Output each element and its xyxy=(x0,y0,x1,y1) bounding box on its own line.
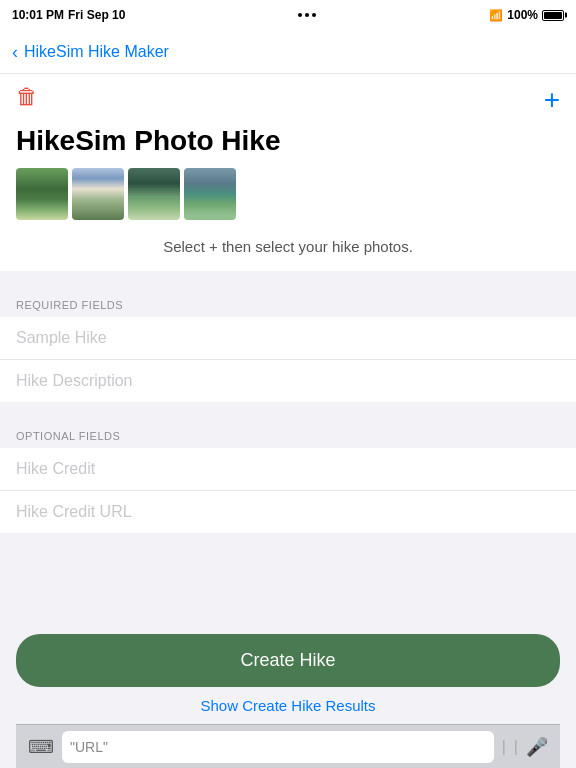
keyboard-divider-2: | xyxy=(514,738,518,756)
create-hike-button[interactable]: Create Hike xyxy=(16,634,560,687)
add-photos-button[interactable]: + xyxy=(544,86,560,114)
required-fields-group xyxy=(0,317,576,402)
microphone-icon[interactable]: 🎤 xyxy=(526,736,548,758)
chevron-left-icon: ‹ xyxy=(12,43,18,61)
photo-thumbnail[interactable] xyxy=(72,168,124,220)
photo-strip-section xyxy=(0,168,576,232)
dot-icon xyxy=(312,13,316,17)
photo-thumbnail[interactable] xyxy=(184,168,236,220)
section-divider xyxy=(0,271,576,291)
hike-credit-url-input[interactable] xyxy=(0,491,576,533)
keyboard-divider-1: | xyxy=(502,738,506,756)
keyboard-url-area[interactable]: "URL" xyxy=(62,731,494,763)
back-button[interactable]: ‹ HikeSim Hike Maker xyxy=(12,43,169,61)
status-date: Fri Sep 10 xyxy=(68,8,125,22)
wifi-icon: 📶 xyxy=(489,9,503,22)
hike-name-input[interactable] xyxy=(0,317,576,360)
photo-thumbnail[interactable] xyxy=(16,168,68,220)
show-results-label: Show Create Hike Results xyxy=(200,697,375,714)
main-content: 🗑 + HikeSim Photo Hike Select + then sel… xyxy=(0,74,576,673)
select-message-text: Select + then select your hike photos. xyxy=(163,238,413,255)
keyboard-icon[interactable]: ⌨ xyxy=(28,736,54,758)
optional-fields-group xyxy=(0,448,576,533)
delete-button[interactable]: 🗑 xyxy=(16,86,38,108)
battery-icon xyxy=(542,10,564,21)
status-bar-center xyxy=(298,13,316,17)
show-results-link[interactable]: Show Create Hike Results xyxy=(16,687,560,724)
optional-fields-label: OPTIONAL FIELDS xyxy=(0,422,576,448)
hike-description-input[interactable] xyxy=(0,360,576,402)
dot-icon xyxy=(305,13,309,17)
page-title-section: HikeSim Photo Hike xyxy=(0,124,576,168)
status-bar: 10:01 PM Fri Sep 10 📶 100% xyxy=(0,0,576,30)
create-hike-label: Create Hike xyxy=(240,650,335,670)
status-bar-right: 📶 100% xyxy=(489,8,564,22)
status-bar-left: 10:01 PM Fri Sep 10 xyxy=(12,8,125,22)
keyboard-url-text: "URL" xyxy=(70,739,108,755)
back-label: HikeSim Hike Maker xyxy=(24,43,169,61)
page-title: HikeSim Photo Hike xyxy=(16,124,560,158)
keyboard-bar: ⌨ "URL" | | 🎤 xyxy=(16,724,560,768)
hike-credit-input[interactable] xyxy=(0,448,576,491)
required-fields-section: REQUIRED FIELDS xyxy=(0,291,576,402)
battery-fill xyxy=(544,12,562,19)
bottom-bar: Create Hike Show Create Hike Results ⌨ "… xyxy=(0,624,576,768)
photo-strip xyxy=(16,168,560,220)
battery-percent: 100% xyxy=(507,8,538,22)
optional-fields-section: OPTIONAL FIELDS xyxy=(0,422,576,533)
section-divider xyxy=(0,402,576,422)
status-time: 10:01 PM xyxy=(12,8,64,22)
select-message: Select + then select your hike photos. xyxy=(0,232,576,271)
nav-bar: ‹ HikeSim Hike Maker xyxy=(0,30,576,74)
photo-thumbnail[interactable] xyxy=(128,168,180,220)
dot-icon xyxy=(298,13,302,17)
top-actions: 🗑 + xyxy=(0,74,576,124)
required-fields-label: REQUIRED FIELDS xyxy=(0,291,576,317)
